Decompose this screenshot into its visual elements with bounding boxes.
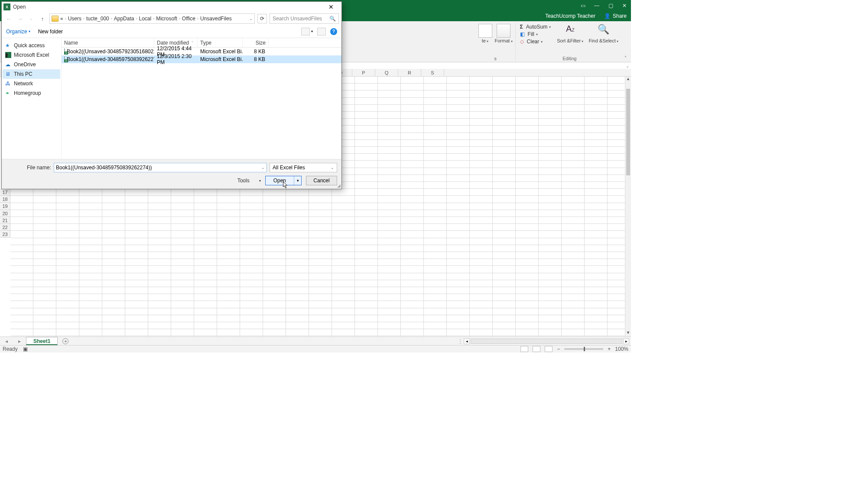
column-header[interactable]: Q bbox=[375, 69, 398, 76]
up-button[interactable]: ↑ bbox=[38, 14, 47, 23]
tab-nav[interactable]: ◂▸ bbox=[0, 337, 26, 345]
zoom-out-icon[interactable]: − bbox=[557, 346, 560, 352]
row-header[interactable]: 23 bbox=[0, 231, 10, 238]
excel-file-icon bbox=[64, 56, 65, 62]
dialog-close-button[interactable]: ✕ bbox=[322, 2, 340, 12]
column-header[interactable]: S bbox=[421, 69, 444, 76]
view-page-layout-icon[interactable] bbox=[533, 346, 540, 352]
row-header[interactable]: 18 bbox=[0, 196, 10, 203]
hscroll-left-icon[interactable]: ◂ bbox=[464, 338, 470, 344]
row-header[interactable]: 22 bbox=[0, 224, 10, 231]
breadcrumb-item[interactable]: tucte_000 bbox=[86, 16, 109, 22]
column-header[interactable]: R bbox=[398, 69, 421, 76]
view-page-break-icon[interactable] bbox=[545, 346, 553, 352]
hscroll-track[interactable] bbox=[471, 339, 622, 344]
sidebar-item[interactable]: ⚭Homegroup bbox=[3, 88, 60, 98]
tab-prev-icon[interactable]: ◂ bbox=[5, 338, 8, 344]
row-header[interactable]: 21 bbox=[0, 217, 10, 224]
row-header[interactable]: 20 bbox=[0, 210, 10, 217]
new-sheet-button[interactable]: + bbox=[60, 337, 71, 345]
sheet-tabstrip: ◂▸ Sheet1 + ⋮ ◂ ▸ bbox=[0, 336, 631, 345]
fill-icon bbox=[520, 31, 526, 37]
sidebar-item[interactable]: 🖧Network bbox=[3, 79, 60, 88]
back-button[interactable]: ← bbox=[4, 14, 13, 23]
fill-button[interactable]: Fill ▾ bbox=[520, 31, 538, 37]
filename-dropdown-icon[interactable]: ⌄ bbox=[261, 165, 265, 170]
maximize-icon[interactable]: ▢ bbox=[608, 3, 614, 9]
hscroll-right-icon[interactable]: ▸ bbox=[623, 338, 629, 344]
open-button[interactable]: Open ▾ bbox=[265, 176, 302, 185]
scroll-down-icon[interactable]: ▼ bbox=[625, 330, 631, 336]
vertical-scrollbar[interactable]: ▲ ▼ bbox=[625, 77, 631, 336]
breadcrumb-item[interactable]: Office bbox=[182, 16, 195, 22]
breadcrumb-item[interactable]: UnsavedFiles bbox=[200, 16, 232, 22]
file-list: Book2((Unsaved-304857923051680212))12/2/… bbox=[62, 48, 341, 63]
expand-formula-icon[interactable]: ⌄ bbox=[626, 64, 629, 68]
refresh-button[interactable]: ⟳ bbox=[257, 14, 267, 23]
column-header[interactable]: P bbox=[352, 69, 375, 76]
close-icon[interactable]: ✕ bbox=[621, 3, 627, 9]
breadcrumb-item[interactable]: Users bbox=[68, 16, 81, 22]
sidebar-item[interactable]: 🖥This PC bbox=[3, 69, 60, 79]
view-normal-icon[interactable] bbox=[520, 346, 528, 352]
new-folder-button[interactable]: New folder bbox=[38, 29, 63, 35]
scroll-up-icon[interactable]: ▲ bbox=[625, 77, 631, 83]
minimize-icon[interactable]: — bbox=[594, 3, 600, 9]
zoom-slider[interactable] bbox=[564, 348, 603, 350]
find-icon: 🔍 bbox=[597, 24, 611, 38]
view-options-button[interactable]: ▾ bbox=[301, 28, 313, 36]
sidebar: ★Quick access▮Microsoft Excel☁OneDrive🖥T… bbox=[2, 38, 62, 159]
format-button[interactable]: Format bbox=[495, 23, 513, 44]
zoom-in-icon[interactable]: + bbox=[608, 346, 611, 352]
col-type[interactable]: Type bbox=[198, 38, 243, 47]
breadcrumb-item[interactable]: « bbox=[60, 16, 63, 22]
column-header-row[interactable]: Name Date modified˄ Type Size bbox=[62, 38, 341, 48]
sort-filter-button[interactable]: AZ Sort &Filter bbox=[554, 23, 586, 45]
breadcrumb[interactable]: «›Users›tucte_000›AppData›Local›Microsof… bbox=[49, 13, 255, 24]
cancel-button[interactable]: Cancel bbox=[306, 176, 337, 185]
editing-group: AutoSum ▾ Fill ▾ Clear ▾ AZ Sort &Filter… bbox=[516, 23, 624, 61]
sidebar-item[interactable]: ☁OneDrive bbox=[3, 60, 60, 69]
filename-input[interactable]: Book1((Unsaved-304859750839262274)) ⌄ bbox=[54, 163, 267, 172]
help-icon[interactable]: ? bbox=[330, 28, 337, 35]
tools-menu[interactable]: Tools▾ bbox=[237, 178, 261, 184]
ribbon-display-options-icon[interactable]: ▭ bbox=[580, 3, 586, 9]
find-select-button[interactable]: 🔍 Find &Select bbox=[586, 23, 621, 45]
file-row[interactable]: Book2((Unsaved-304857923051680212))12/2/… bbox=[62, 48, 341, 55]
row-header[interactable]: 17 bbox=[0, 189, 10, 196]
sidebar-item[interactable]: ★Quick access bbox=[3, 41, 60, 50]
sigma-icon bbox=[520, 24, 524, 30]
hscroll-grip-icon[interactable]: ⋮ bbox=[458, 338, 463, 344]
clear-button[interactable]: Clear ▾ bbox=[520, 39, 543, 45]
scroll-thumb[interactable] bbox=[626, 89, 630, 175]
row-header[interactable]: 19 bbox=[0, 203, 10, 210]
breadcrumb-item[interactable]: AppData bbox=[114, 16, 134, 22]
zoom-percent[interactable]: 100% bbox=[615, 346, 628, 352]
breadcrumb-item[interactable]: Microsoft bbox=[156, 16, 177, 22]
clear-label: Clear bbox=[527, 39, 540, 45]
resize-grip-icon[interactable]: ◢ bbox=[337, 183, 341, 188]
preview-pane-button[interactable] bbox=[317, 28, 326, 36]
tab-next-icon[interactable]: ▸ bbox=[18, 338, 21, 344]
filetype-select[interactable]: All Excel Files ⌄ bbox=[270, 163, 337, 172]
breadcrumb-item[interactable]: Local bbox=[139, 16, 151, 22]
search-input[interactable]: Search UnsavedFiles 🔍 bbox=[270, 13, 339, 24]
organize-menu[interactable]: Organize▾ bbox=[6, 29, 30, 35]
delete-button[interactable]: te bbox=[478, 23, 492, 44]
sidebar-item[interactable]: ▮Microsoft Excel bbox=[3, 50, 60, 60]
clear-icon bbox=[520, 39, 525, 45]
recent-locations-icon[interactable]: ⌄ bbox=[27, 14, 36, 23]
forward-button[interactable]: → bbox=[16, 14, 24, 23]
open-dropdown-icon[interactable]: ▾ bbox=[294, 176, 301, 185]
autosum-button[interactable]: AutoSum ▾ bbox=[520, 24, 551, 30]
share-button[interactable]: 👤 Share bbox=[604, 13, 627, 19]
macro-record-icon[interactable]: ▣ bbox=[23, 346, 28, 352]
collapse-ribbon-icon[interactable]: ˄ bbox=[624, 55, 627, 61]
dialog-title: Open bbox=[13, 4, 26, 10]
tab-sheet1[interactable]: Sheet1 bbox=[26, 337, 58, 345]
col-name[interactable]: Name bbox=[62, 38, 154, 47]
horizontal-scrollbar[interactable]: ⋮ ◂ ▸ bbox=[456, 337, 631, 345]
file-row[interactable]: Book1((Unsaved-304859750839262274))12/3/… bbox=[62, 55, 341, 63]
breadcrumb-dropdown-icon[interactable]: ⌄ bbox=[249, 16, 253, 21]
col-size[interactable]: Size bbox=[243, 38, 269, 47]
